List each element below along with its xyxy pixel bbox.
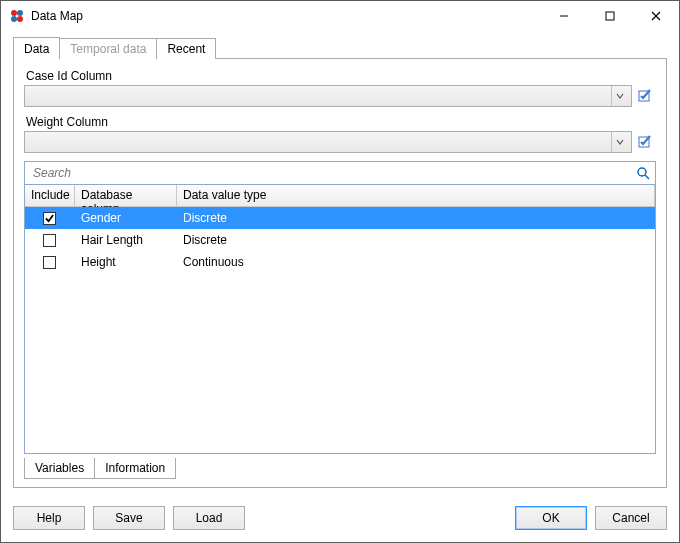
table-body: GenderDiscreteHair LengthDiscreteHeightC… xyxy=(25,207,655,453)
titlebar: Data Map xyxy=(1,1,679,31)
maximize-button[interactable] xyxy=(587,1,633,31)
window: Data Map Data Temporal data Recent Case … xyxy=(0,0,680,543)
ok-button[interactable]: OK xyxy=(515,506,587,530)
case-id-column-combo[interactable] xyxy=(24,85,632,107)
case-id-column-label: Case Id Column xyxy=(26,69,656,83)
table-row[interactable]: Hair LengthDiscrete xyxy=(25,229,655,251)
tab-variables[interactable]: Variables xyxy=(24,458,95,479)
save-button[interactable]: Save xyxy=(93,506,165,530)
svg-rect-4 xyxy=(606,12,614,20)
window-controls xyxy=(541,1,679,31)
database-column-cell: Hair Length xyxy=(75,233,177,247)
svg-point-3 xyxy=(17,16,23,22)
search-box xyxy=(24,161,656,185)
tab-temporal-data[interactable]: Temporal data xyxy=(59,38,157,59)
search-icon[interactable] xyxy=(635,165,651,181)
case-id-check-toggle[interactable] xyxy=(636,85,656,107)
variables-table: Include Database column Data value type … xyxy=(24,185,656,454)
tab-data[interactable]: Data xyxy=(13,37,60,59)
tab-information[interactable]: Information xyxy=(94,458,176,479)
database-column-cell: Height xyxy=(75,255,177,269)
minimize-button[interactable] xyxy=(541,1,587,31)
database-column-cell: Gender xyxy=(75,211,177,225)
include-cell xyxy=(25,256,75,269)
table-row[interactable]: HeightContinuous xyxy=(25,251,655,273)
include-checkbox[interactable] xyxy=(43,212,56,225)
window-title: Data Map xyxy=(31,9,83,23)
weight-check-toggle[interactable] xyxy=(636,131,656,153)
app-icon xyxy=(9,8,25,24)
chevron-down-icon xyxy=(611,132,627,152)
include-checkbox[interactable] xyxy=(43,234,56,247)
footer: Help Save Load OK Cancel xyxy=(1,498,679,542)
header-database-column[interactable]: Database column xyxy=(75,185,177,206)
svg-point-2 xyxy=(11,16,17,22)
data-value-type-cell: Discrete xyxy=(177,211,655,225)
tab-recent[interactable]: Recent xyxy=(156,38,216,59)
include-cell xyxy=(25,212,75,225)
data-value-type-cell: Discrete xyxy=(177,233,655,247)
header-data-value-type[interactable]: Data value type xyxy=(177,185,655,206)
chevron-down-icon xyxy=(611,86,627,106)
load-button[interactable]: Load xyxy=(173,506,245,530)
weight-column-combo[interactable] xyxy=(24,131,632,153)
data-value-type-cell: Continuous xyxy=(177,255,655,269)
cancel-button[interactable]: Cancel xyxy=(595,506,667,530)
table-header: Include Database column Data value type xyxy=(25,185,655,207)
svg-point-0 xyxy=(11,10,17,16)
table-row[interactable]: GenderDiscrete xyxy=(25,207,655,229)
top-tabs: Data Temporal data Recent xyxy=(13,37,667,59)
header-include[interactable]: Include xyxy=(25,185,75,206)
include-checkbox[interactable] xyxy=(43,256,56,269)
svg-point-7 xyxy=(638,168,646,176)
weight-column-label: Weight Column xyxy=(26,115,656,129)
close-button[interactable] xyxy=(633,1,679,31)
svg-point-1 xyxy=(17,10,23,16)
body: Data Temporal data Recent Case Id Column xyxy=(1,31,679,498)
tab-panel: Case Id Column Weight Column xyxy=(13,58,667,488)
search-input[interactable] xyxy=(31,165,635,181)
include-cell xyxy=(25,234,75,247)
bottom-tabs: Variables Information xyxy=(24,458,656,479)
help-button[interactable]: Help xyxy=(13,506,85,530)
